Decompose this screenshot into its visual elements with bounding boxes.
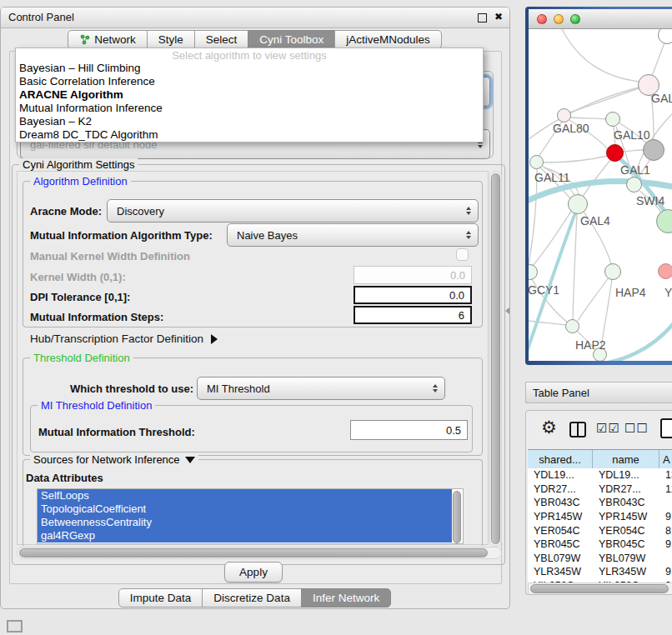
popup-item-mutual-information[interactable]: Mutual Information Inference [16, 102, 483, 115]
close-icon[interactable]: ✖ [494, 11, 503, 22]
settings-horizontal-scrollbar[interactable] [17, 547, 502, 559]
float-window-icon[interactable] [478, 13, 487, 22]
bottom-tabbar: Impute Data Discretize Data Infer Networ… [0, 588, 510, 608]
network-node[interactable] [605, 112, 620, 127]
expander-down-arrow-icon [185, 457, 195, 463]
list-item-topologicalcoefficient[interactable]: TopologicalCoefficient [38, 502, 452, 516]
table-row[interactable]: YLR345W YLR345W 9. [528, 565, 672, 579]
cell-name: YPR145W [593, 510, 659, 524]
tab-style-label: Style [158, 33, 183, 46]
node-label: GAL [651, 92, 672, 105]
column-header-name[interactable]: name [593, 450, 659, 468]
cell-value [659, 496, 672, 510]
select-all-checkboxes-icon[interactable]: ☑☑ [596, 421, 620, 436]
hub-definition-label: Hub/Transcription Factor Definition [30, 332, 203, 345]
minimized-panel-icon[interactable] [7, 620, 23, 632]
tab-cyni-toolbox[interactable]: Cyni Toolbox [248, 30, 335, 49]
table-row[interactable]: YDR27... YDR27... 12 [528, 482, 672, 497]
columns-icon[interactable] [569, 422, 586, 438]
network-node-gray[interactable] [643, 139, 664, 161]
column-header-shared[interactable]: shared... [528, 450, 593, 468]
combo-arrows-icon [433, 384, 438, 392]
table-row[interactable]: YBR045C YBR045C 9. [528, 538, 672, 552]
cell-shared: YBL079W [528, 552, 593, 566]
close-traffic-light-icon[interactable] [537, 14, 547, 24]
tab-jactivemnodules[interactable]: jActiveMNodules [334, 30, 442, 49]
threshold-definition-title: Threshold Definition [30, 352, 133, 364]
which-threshold-combobox[interactable]: MI Threshold [197, 377, 445, 400]
popup-item-basic-correlation[interactable]: Basic Correlation Inference [16, 75, 483, 88]
mi-threshold-field[interactable]: 0.5 [350, 420, 468, 440]
cell-name: YDL19... [593, 468, 659, 482]
combo-arrows-icon [466, 207, 471, 215]
gear-icon[interactable]: ⚙ [541, 418, 557, 438]
popup-prompt: Select algorithm to view settings [16, 48, 483, 62]
algorithm-dropdown-popup: Select algorithm to view settings Bayesi… [15, 48, 484, 142]
network-window-titlebar[interactable] [529, 9, 672, 29]
node-label: GAL4 [580, 214, 610, 228]
file-icon[interactable] [660, 418, 672, 438]
network-node-selected-red[interactable] [606, 144, 624, 162]
popup-item-bayesian-k2[interactable]: Bayesian – K2 [16, 115, 483, 128]
zoom-traffic-light-icon[interactable] [570, 14, 580, 24]
table-row[interactable]: YDL19... YDL19... 13 [528, 468, 672, 482]
table-row[interactable]: YER054C YER054C 8. [528, 523, 672, 538]
table-horizontal-scrollbar[interactable] [528, 582, 672, 595]
mi-type-value: Naive Bayes [237, 229, 298, 242]
aracne-mode-combobox[interactable]: Discovery [107, 199, 479, 222]
network-canvas[interactable]: GAL GAL80 GAL10 GAL1 GAL11 SWI4 GAL4 GCY… [529, 29, 672, 361]
network-node[interactable] [529, 155, 544, 169]
horizontal-scrollbar-thumb[interactable] [19, 548, 488, 558]
tab-infer-network[interactable]: Infer Network [301, 588, 391, 608]
clear-all-checkboxes-icon[interactable]: ☐☐ [624, 421, 649, 436]
hub-definition-expander[interactable]: Hub/Transcription Factor Definition [30, 332, 218, 345]
table-row[interactable]: YPR145W YPR145W 9. [528, 510, 672, 524]
tab-infer-network-label: Infer Network [313, 592, 379, 604]
table-panel-titlebar[interactable]: Table Panel [525, 382, 672, 403]
cell-name: YBL079W [593, 552, 659, 566]
tab-network[interactable]: Network [68, 30, 148, 49]
cell-name: YER054C [593, 523, 659, 538]
combo-arrows-icon [466, 231, 471, 239]
network-node-pink[interactable] [658, 263, 672, 279]
settings-vertical-scrollbar[interactable] [489, 171, 502, 547]
tab-impute-data[interactable]: Impute Data [118, 588, 203, 608]
cell-name: YLR345W [593, 565, 659, 579]
popup-item-dream8[interactable]: Dream8 DC_TDC Algorithm [16, 128, 483, 142]
tab-select[interactable]: Select [194, 30, 249, 49]
network-node[interactable] [626, 177, 642, 192]
tab-discretize-data[interactable]: Discretize Data [202, 588, 302, 608]
data-attributes-list[interactable]: SelfLoops TopologicalCoefficient Between… [37, 488, 464, 544]
tab-jactivemnodules-label: jActiveMNodules [346, 33, 430, 46]
tab-discretize-data-label: Discretize Data [213, 592, 290, 604]
table-row[interactable]: YBL079W YBL079W [528, 552, 672, 566]
minimize-traffic-light-icon[interactable] [554, 14, 564, 24]
table-hscrollbar-thumb[interactable] [530, 584, 669, 593]
tab-style[interactable]: Style [147, 30, 195, 49]
popup-item-bayesian-hill-climbing[interactable]: Bayesian – Hill Climbing [16, 62, 483, 75]
list-item-gal4rgexp[interactable]: gal4RGexp [38, 529, 452, 542]
control-panel-titlebar[interactable]: Control Panel ✖ [1, 8, 509, 28]
column-header-a[interactable]: A [659, 450, 672, 468]
network-node[interactable] [565, 319, 579, 333]
table-row[interactable]: YBR043C YBR043C [528, 496, 672, 510]
table-body: YDL19... YDL19... 13 YDR27... YDR27... 1… [528, 468, 672, 592]
list-scrollbar-thumb[interactable] [453, 491, 461, 543]
network-node[interactable] [557, 108, 571, 122]
apply-button[interactable]: Apply [224, 562, 283, 582]
splitter-collapse-icon[interactable] [505, 308, 509, 314]
dpi-tolerance-label: DPI Tolerance [0,1]: [30, 291, 130, 303]
popup-item-aracne[interactable]: ARACNE Algorithm [16, 88, 483, 102]
list-item-selfloops[interactable]: SelfLoops [38, 489, 452, 502]
vertical-scrollbar-thumb[interactable] [491, 173, 500, 544]
cell-value [659, 552, 672, 566]
network-node[interactable] [568, 194, 588, 214]
tab-cyni-toolbox-label: Cyni Toolbox [259, 33, 323, 46]
list-item-betweennesscentrality[interactable]: BetweennessCentrality [38, 516, 452, 529]
mi-steps-field[interactable]: 6 [354, 306, 472, 324]
network-view-window: GAL GAL80 GAL10 GAL1 GAL11 SWI4 GAL4 GCY… [525, 7, 672, 365]
dpi-tolerance-field[interactable]: 0.0 [354, 286, 472, 304]
sources-group-header[interactable]: Sources for Network Inference [30, 453, 198, 466]
mi-type-combobox[interactable]: Naive Bayes [227, 223, 479, 247]
network-node[interactable] [604, 263, 621, 280]
